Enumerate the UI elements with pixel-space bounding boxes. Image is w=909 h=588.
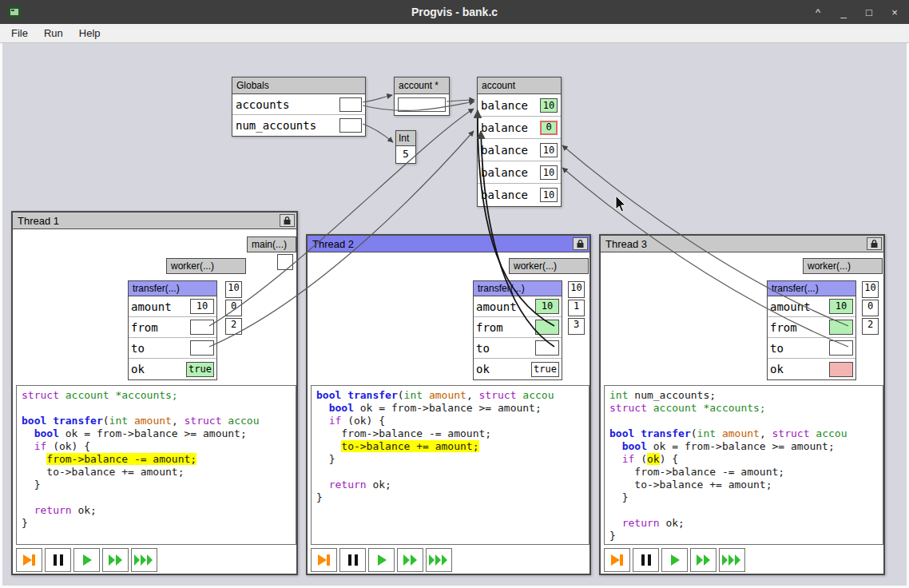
lock-icon[interactable] <box>867 237 882 250</box>
code-token <box>22 504 34 516</box>
minimize-button[interactable]: _ <box>837 6 850 18</box>
pause-button[interactable] <box>339 548 366 572</box>
code-token: } <box>22 479 40 491</box>
variable-name: num_accounts <box>236 119 316 132</box>
panel-header[interactable]: account * <box>395 77 449 94</box>
titlebar[interactable]: Progvis - bank.c ^ _ □ × <box>0 0 909 24</box>
pause-button[interactable] <box>45 548 71 572</box>
visualization-canvas[interactable]: Globals accountsnum_accounts account * a… <box>0 43 909 588</box>
variable-name: balance <box>481 99 528 112</box>
close-button[interactable]: × <box>888 6 901 18</box>
menu-file[interactable]: File <box>3 25 36 42</box>
run-to-end-button[interactable] <box>311 548 337 572</box>
progvis-window: Progvis - bank.c ^ _ □ × File Run Help <box>0 0 909 588</box>
code-token: ok; <box>72 504 97 516</box>
value-box: 5 <box>396 146 415 163</box>
shade-button[interactable]: ^ <box>812 6 824 18</box>
code-line: return ok; <box>609 517 878 530</box>
panel-header[interactable]: Int <box>396 131 415 146</box>
frame-worker[interactable]: worker(...) <box>803 258 883 274</box>
run-to-end-button[interactable] <box>16 548 42 572</box>
fast-forward-button[interactable] <box>102 548 129 572</box>
pause-button[interactable] <box>633 548 659 572</box>
code-token <box>316 415 329 427</box>
frame-value-box: 0 <box>862 300 879 316</box>
code-line: from->balance -= amount; <box>609 466 878 479</box>
variable-name: to <box>131 342 145 355</box>
fast-forward-button[interactable] <box>690 548 716 572</box>
global-row: num_accounts <box>232 115 365 136</box>
globals-rows: accountsnum_accounts <box>232 94 365 136</box>
var-row: oktrue <box>129 359 216 379</box>
thread-titlebar[interactable]: Thread 2 <box>308 236 589 252</box>
variable-name: ok <box>131 363 145 375</box>
fastest-forward-button[interactable] <box>131 548 157 572</box>
code-token: amount <box>429 389 466 401</box>
maximize-button[interactable]: □ <box>863 6 875 18</box>
code-token: *accounts; <box>115 389 177 401</box>
code-line: int num_accounts; <box>609 389 878 402</box>
var-row: to <box>474 338 562 359</box>
frame-transfer[interactable]: transfer(...) <box>473 280 562 296</box>
fast-forward-button[interactable] <box>397 548 423 572</box>
code-token: bool <box>34 427 65 439</box>
code-token <box>316 402 329 414</box>
step-button[interactable] <box>661 548 688 572</box>
variable-name: balance <box>481 144 528 157</box>
account-pointer-panel: account * <box>394 77 450 116</box>
fastest-forward-button[interactable] <box>426 548 452 572</box>
menu-help[interactable]: Help <box>71 25 109 42</box>
variable-name: to <box>770 342 784 355</box>
var-row: from <box>768 317 855 338</box>
variable-name: balance <box>481 189 528 201</box>
panel-header[interactable]: Globals <box>232 77 365 94</box>
frame-transfer[interactable]: transfer(...) <box>128 280 217 296</box>
code-line <box>22 491 291 504</box>
variable-name: to <box>476 342 490 355</box>
lock-icon[interactable] <box>573 237 588 250</box>
code-token: (ok) { <box>341 415 385 427</box>
frame-worker[interactable]: worker(...) <box>509 258 589 274</box>
code-token: int <box>109 415 134 427</box>
panel-header[interactable]: account <box>478 77 561 94</box>
frame-main[interactable]: main(...) <box>247 236 296 252</box>
fastest-forward-button[interactable] <box>719 548 745 572</box>
account-row: balance10 <box>478 139 561 161</box>
thread-titlebar[interactable]: Thread 3 <box>601 236 883 252</box>
playback-controls <box>604 548 745 572</box>
code-token: account <box>653 402 704 414</box>
code-token: transfer <box>641 427 691 439</box>
code-line: bool ok = from->balance >= amount; <box>316 402 584 415</box>
step-button[interactable] <box>368 548 395 572</box>
value-box: 10 <box>540 143 558 157</box>
code-token: ( <box>103 415 109 427</box>
code-token: return <box>329 479 367 491</box>
thread-titlebar[interactable]: Thread 1 <box>13 213 296 229</box>
var-row: amount10 <box>768 296 855 317</box>
code-line: bool transfer(int amount, struct accou <box>609 427 878 440</box>
code-token: struct <box>609 402 653 414</box>
run-to-end-button[interactable] <box>604 548 630 572</box>
code-token: int <box>609 389 634 401</box>
global-row: accounts <box>232 94 365 115</box>
worker-frame-values: 1013 <box>568 281 585 335</box>
frame-value-box: 10 <box>862 281 879 298</box>
code-token: from->balance -= amount; <box>46 453 196 465</box>
frame-value-box: 2 <box>862 318 879 335</box>
frame-worker[interactable]: worker(...) <box>166 258 246 274</box>
frame-transfer[interactable]: transfer(...) <box>767 280 856 296</box>
lock-icon[interactable] <box>280 214 295 227</box>
value-box: 10 <box>190 299 214 314</box>
code-token: ok = from->balance >= amount; <box>360 402 542 414</box>
value-box: 10 <box>829 299 853 314</box>
menu-run[interactable]: Run <box>36 25 71 42</box>
globals-panel: Globals accountsnum_accounts <box>232 77 366 137</box>
code-token: transfer <box>53 415 103 427</box>
code-token: , <box>172 415 185 427</box>
step-button[interactable] <box>73 548 100 572</box>
worker-frame-values: 1002 <box>225 281 242 335</box>
code-token: bool <box>609 427 641 439</box>
source-code-pane: bool transfer(int amount, struct accou b… <box>311 385 589 545</box>
code-line: } <box>316 453 584 466</box>
code-token: amount <box>722 427 760 439</box>
